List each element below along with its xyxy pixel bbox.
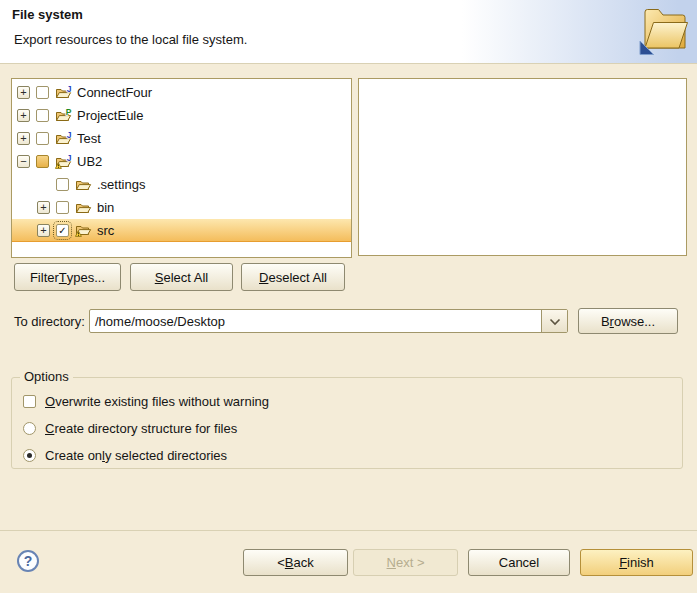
tree-item-ub2[interactable]: − JUB2 xyxy=(12,150,351,173)
help-button[interactable]: ? xyxy=(17,550,39,572)
svg-text:J: J xyxy=(67,154,72,163)
java-project-folder-icon: J xyxy=(55,154,72,170)
item-checkbox[interactable] xyxy=(36,109,49,122)
combo-dropdown-button[interactable] xyxy=(541,310,567,332)
tree-item-settings[interactable]: .settings xyxy=(12,173,351,196)
item-checkbox[interactable] xyxy=(36,155,49,168)
item-label: bin xyxy=(97,200,114,215)
folder-icon xyxy=(75,200,92,216)
button-label: B xyxy=(601,314,610,329)
next-button: Next > xyxy=(353,549,458,576)
expander-icon[interactable]: + xyxy=(37,201,50,214)
chevron-down-icon xyxy=(549,314,561,329)
export-folder-icon xyxy=(637,2,693,60)
item-label: .settings xyxy=(97,177,145,192)
button-label: F xyxy=(619,555,627,570)
overwrite-checkbox[interactable] xyxy=(23,395,36,408)
button-label: ext > xyxy=(396,555,425,570)
create-structure-radio[interactable] xyxy=(23,422,36,435)
button-label: owse... xyxy=(614,314,655,329)
button-label: Filter xyxy=(30,270,59,285)
button-label: N xyxy=(387,555,396,570)
file-list-panel[interactable] xyxy=(358,78,687,256)
create-structure-label: Create directory structure for files xyxy=(45,421,237,436)
select-all-button[interactable]: Select All xyxy=(130,263,233,291)
wizard-header: File system Export resources to the loca… xyxy=(0,0,697,64)
footer-divider xyxy=(0,530,697,531)
item-checkbox[interactable] xyxy=(56,201,69,214)
expander-icon[interactable]: + xyxy=(37,224,50,237)
expander-icon[interactable]: + xyxy=(17,132,30,145)
button-label: ack xyxy=(294,555,314,570)
to-directory-input[interactable]: /home/moose/Desktop xyxy=(90,310,541,332)
button-label: T xyxy=(59,270,67,285)
create-structure-option[interactable]: Create directory structure for files xyxy=(23,420,237,436)
options-group: Options Overwrite existing files without… xyxy=(11,377,683,469)
item-checkbox[interactable] xyxy=(56,178,69,191)
to-directory-label: To directory: xyxy=(14,314,85,329)
cancel-button[interactable]: Cancel xyxy=(468,549,570,576)
create-selected-label: Create only selected directories xyxy=(45,448,227,463)
item-label: Test xyxy=(77,131,101,146)
svg-text:J: J xyxy=(67,131,72,140)
question-icon: ? xyxy=(24,553,33,569)
project-folder-icon: P xyxy=(55,108,72,124)
expander-icon[interactable]: + xyxy=(17,86,30,99)
resource-tree[interactable]: + JConnectFour+ PProjectEule+ JTest− JUB… xyxy=(11,78,352,258)
java-project-folder-icon: J xyxy=(55,131,72,147)
svg-text:J: J xyxy=(67,85,72,94)
options-title: Options xyxy=(20,369,73,384)
button-label: < xyxy=(277,555,285,570)
java-project-folder-icon: J xyxy=(55,85,72,101)
item-label: ProjectEule xyxy=(77,108,143,123)
button-label: D xyxy=(259,270,268,285)
button-label: ypes... xyxy=(67,270,105,285)
svg-text:P: P xyxy=(66,108,72,117)
create-selected-radio[interactable] xyxy=(23,449,36,462)
back-button[interactable]: < Back xyxy=(243,549,348,576)
button-label: inish xyxy=(627,555,654,570)
item-checkbox[interactable] xyxy=(36,86,49,99)
create-selected-option[interactable]: Create only selected directories xyxy=(23,447,227,463)
item-label: src xyxy=(97,223,114,238)
button-label: S xyxy=(155,270,164,285)
tree-item-test[interactable]: + JTest xyxy=(12,127,351,150)
tree-item-connectfour[interactable]: + JConnectFour xyxy=(12,81,351,104)
tree-item-src[interactable]: +✓ src xyxy=(12,219,351,242)
overwrite-option[interactable]: Overwrite existing files without warning xyxy=(23,393,269,409)
folder-icon xyxy=(75,177,92,193)
overwrite-label: Overwrite existing files without warning xyxy=(45,394,269,409)
item-checkbox[interactable]: ✓ xyxy=(56,224,69,237)
page-title: File system xyxy=(12,7,83,22)
expander-icon[interactable]: − xyxy=(17,155,30,168)
folder-icon xyxy=(75,222,92,238)
filter-types-button[interactable]: Filter Types... xyxy=(14,263,121,291)
export-wizard-dialog: File system Export resources to the loca… xyxy=(0,0,697,593)
button-label: eselect All xyxy=(268,270,327,285)
tree-item-bin[interactable]: + bin xyxy=(12,196,351,219)
item-checkbox[interactable] xyxy=(36,132,49,145)
deselect-all-button[interactable]: Deselect All xyxy=(241,263,345,291)
to-directory-combo[interactable]: /home/moose/Desktop xyxy=(89,309,568,333)
item-label: UB2 xyxy=(77,154,102,169)
button-label: B xyxy=(285,555,294,570)
page-description: Export resources to the local file syste… xyxy=(14,32,247,47)
tree-item-projecteule[interactable]: + PProjectEule xyxy=(12,104,351,127)
finish-button[interactable]: Finish xyxy=(580,549,693,576)
browse-button[interactable]: Browse... xyxy=(578,308,678,334)
item-label: ConnectFour xyxy=(77,85,152,100)
button-label: Cancel xyxy=(499,555,539,570)
expander-icon[interactable]: + xyxy=(17,109,30,122)
button-label: elect All xyxy=(163,270,208,285)
